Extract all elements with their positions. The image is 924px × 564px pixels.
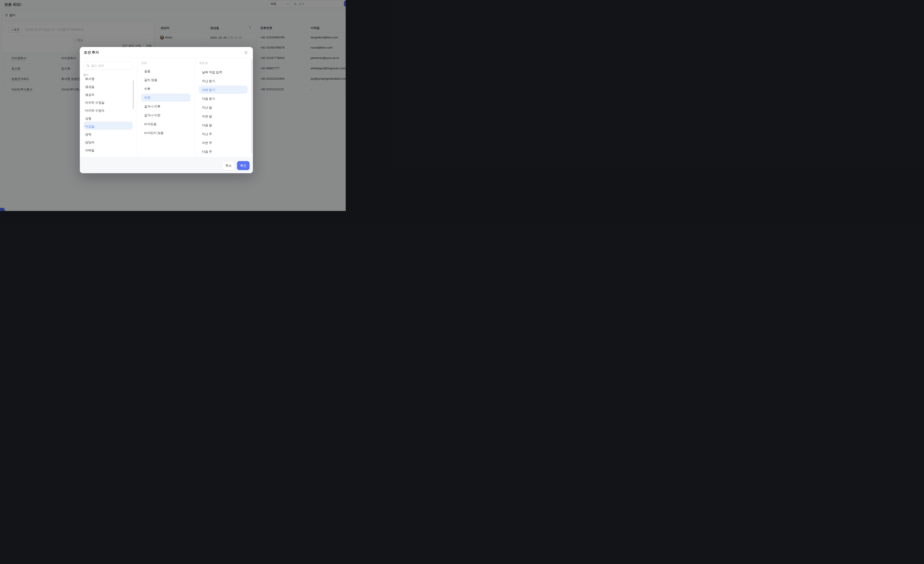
field-option[interactable]: 이메일 xyxy=(85,149,94,152)
field-option[interactable]: 마지막 수정자 xyxy=(85,109,105,113)
field-option[interactable]: 생성자 xyxy=(85,93,94,97)
condition-option-selected[interactable]: 이전 xyxy=(144,96,150,100)
condition-option[interactable]: 같지 않음 xyxy=(144,78,158,82)
field-option-selected[interactable]: 마감일 xyxy=(85,125,94,129)
field-search-input[interactable]: 필드 검색 xyxy=(83,62,133,69)
cancel-button[interactable]: 취소 xyxy=(222,161,235,170)
dialog-title: 조건 추가 xyxy=(84,50,99,55)
value-option[interactable]: 다음 분기 xyxy=(202,97,215,101)
value-option[interactable]: 지난 주 xyxy=(202,132,212,136)
condition-option[interactable]: 이후 xyxy=(144,87,150,91)
divider xyxy=(195,57,195,157)
close-icon[interactable] xyxy=(244,50,248,55)
condition-option[interactable]: 같음 xyxy=(144,69,150,73)
field-option[interactable]: 성명 xyxy=(85,117,91,121)
values-label: 조건 값 xyxy=(199,61,208,65)
field-option[interactable]: 담당자 xyxy=(85,141,94,144)
field-option[interactable]: 생성일 xyxy=(85,85,94,89)
condition-option[interactable]: 비어있음 xyxy=(144,122,156,126)
value-option[interactable]: 날짜 직접 입력 xyxy=(202,71,222,74)
fields-list: 회사명 생성일 생성자 마지막 수정일 마지막 수정자 성명 마감일 금액 담당… xyxy=(80,77,137,157)
dialog-footer: 취소 확인 xyxy=(80,157,253,173)
value-option[interactable]: 이번 달 xyxy=(202,114,212,119)
conditions-label: 조건 xyxy=(141,61,147,65)
fields-scrollbar[interactable] xyxy=(133,80,134,109)
value-option[interactable]: 지난 분기 xyxy=(202,79,215,83)
confirm-button[interactable]: 확인 xyxy=(237,161,250,170)
add-condition-dialog: 조건 추가 필드 검색 필드 회사명 생성일 생성자 마지막 수정일 마지막 수… xyxy=(80,47,253,173)
value-option[interactable]: 다음 달 xyxy=(202,123,212,127)
dialog-scrollbar[interactable] xyxy=(251,59,252,154)
field-search-placeholder: 필드 검색 xyxy=(91,64,104,68)
condition-option[interactable]: 같거나 이전 xyxy=(144,113,160,117)
condition-option[interactable]: 비어있지 않음 xyxy=(144,131,164,135)
field-option[interactable]: 마지막 수정일 xyxy=(85,101,105,105)
value-option-selected[interactable]: 이번 분기 xyxy=(202,88,215,92)
fields-label: 필드 xyxy=(83,73,88,77)
value-option[interactable]: 다음 주 xyxy=(202,150,212,154)
search-icon xyxy=(86,64,90,67)
divider xyxy=(80,57,253,58)
value-option[interactable]: 이번 주 xyxy=(202,141,212,145)
field-option[interactable]: 회사명 xyxy=(85,77,94,81)
value-option[interactable]: 지난 달 xyxy=(202,106,212,110)
divider xyxy=(137,57,138,157)
field-option[interactable]: 금액 xyxy=(85,132,91,137)
condition-option[interactable]: 같거나 이후 xyxy=(144,105,160,108)
